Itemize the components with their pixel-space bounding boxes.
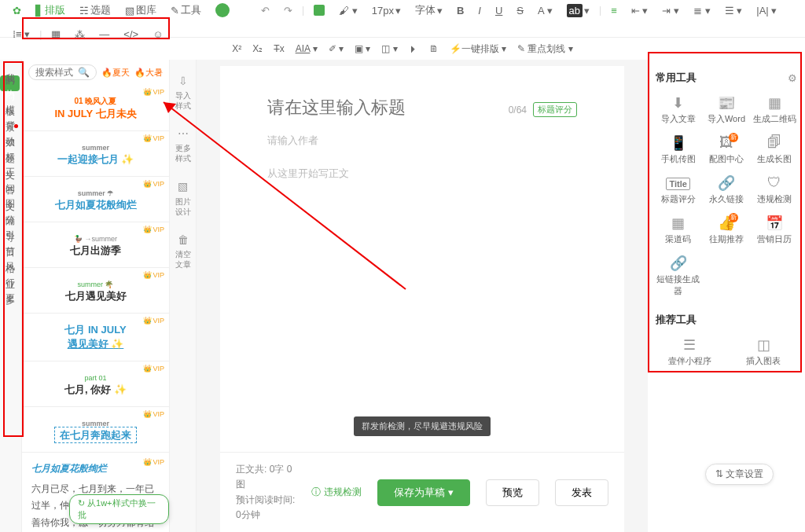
- phone-icon: 📱: [656, 134, 700, 150]
- style-search-input[interactable]: 🔍: [28, 64, 97, 80]
- indent-right-icon[interactable]: ⇥ ▾: [657, 2, 684, 20]
- font-size-select[interactable]: 17px ▾: [367, 2, 406, 20]
- tab-style[interactable]: 风格: [0, 248, 20, 264]
- highlight-line[interactable]: ✎ 重点划线 ▾: [517, 42, 573, 56]
- style-item[interactable]: VIPpart 01七月, 你好 ✨: [22, 361, 169, 407]
- style-item[interactable]: VIP🦆 →summer七月出游季: [22, 222, 169, 268]
- underline-icon[interactable]: U: [491, 2, 507, 20]
- tool-past-recommend[interactable]: 新👍往期推荐: [704, 215, 748, 245]
- publish-button[interactable]: 发表: [555, 479, 608, 506]
- article-title-input[interactable]: [267, 97, 484, 118]
- author-input[interactable]: 请输入作者: [267, 134, 577, 148]
- gear-icon[interactable]: ⚙: [788, 72, 797, 84]
- indent-left-icon[interactable]: ⇤ ▾: [627, 2, 653, 20]
- superscript-icon[interactable]: X²: [232, 43, 241, 54]
- save-draft-button[interactable]: 保存为草稿 ▾: [377, 479, 470, 506]
- tool-phone-upload[interactable]: 📱手机传图: [656, 134, 700, 165]
- paragraph-spacing-icon[interactable]: ⁞≡ ▾: [8, 25, 35, 43]
- tab-more[interactable]: 更多: [0, 280, 20, 295]
- bg-color-icon[interactable]: ab ▾: [562, 1, 594, 20]
- strike-icon[interactable]: S: [512, 2, 528, 20]
- tab-my[interactable]: 我的: [0, 60, 20, 75]
- tab-tools[interactable]: ✎ 工具: [166, 0, 206, 20]
- tool-violation[interactable]: 🛡违规检测: [752, 174, 797, 205]
- preview-button[interactable]: 预览: [486, 479, 539, 506]
- img-design[interactable]: ▧图片设计: [170, 171, 196, 224]
- brush-icon[interactable]: 🖌 ▾: [334, 2, 362, 20]
- subscript-icon[interactable]: X₂: [252, 43, 263, 54]
- font-family-select[interactable]: 字体 ▾: [410, 0, 447, 20]
- search-icon[interactable]: 🔍: [78, 67, 90, 78]
- clear-format-icon[interactable]: Tx: [274, 43, 284, 54]
- calendar-icon: 📅: [752, 215, 797, 230]
- special-icon[interactable]: ⁂: [70, 25, 90, 43]
- tool-image-center[interactable]: 新🖼配图中心: [704, 134, 748, 165]
- bold-icon[interactable]: B: [452, 2, 469, 20]
- tool-shortlink[interactable]: 🔗短链接生成器: [656, 255, 700, 297]
- article-settings-button[interactable]: ⇅ 文章设置: [705, 464, 774, 485]
- hot-tag-1[interactable]: 🔥夏天: [101, 67, 130, 79]
- body-input[interactable]: 从这里开始写正文: [267, 167, 577, 181]
- crop-icon[interactable]: ◫ ▾: [381, 43, 397, 54]
- one-click-layout[interactable]: ⚡一键排版 ▾: [450, 42, 506, 56]
- tab-divider[interactable]: 分隔: [0, 201, 20, 217]
- tool-permalink[interactable]: 🔗永久链接: [704, 174, 748, 205]
- style-item[interactable]: VIP01 晚风入夏IN JULY 七月未央: [22, 85, 169, 131]
- style-item[interactable]: VIPsummer ☂七月如夏花般绚烂: [22, 177, 169, 222]
- line-height-icon[interactable]: ≣ ▾: [689, 2, 715, 20]
- letter-spacing-icon[interactable]: |A| ▾: [752, 2, 781, 20]
- eyedropper-icon[interactable]: ✐ ▾: [329, 43, 344, 54]
- violation-check-button[interactable]: ⓘ 违规检测: [311, 486, 362, 499]
- style-item[interactable]: VIPsummer在七月奔跑起来: [22, 407, 169, 453]
- tool-import-article[interactable]: ⬇导入文章: [656, 94, 700, 125]
- undo-icon[interactable]: ↶: [256, 2, 274, 20]
- tab-hot[interactable]: 热门: [0, 75, 20, 91]
- italic-icon[interactable]: I: [473, 2, 486, 20]
- highlight-pen-icon[interactable]: AIA ▾: [296, 43, 318, 54]
- attachment-icon[interactable]: 🗎: [429, 43, 439, 54]
- tab-images[interactable]: ▧ 图库: [120, 0, 161, 20]
- hr-icon[interactable]: —: [94, 25, 114, 43]
- insert-image-icon[interactable]: ▣ ▾: [355, 43, 370, 54]
- tool-miniprogram[interactable]: ☰壹伴小程序: [656, 336, 723, 367]
- style-item[interactable]: VIPsummer一起迎接七月 ✨: [22, 131, 169, 177]
- tab-festival[interactable]: 节日: [0, 233, 20, 248]
- tab-industry[interactable]: 行业: [0, 264, 20, 280]
- tab-imgtext[interactable]: 图文: [0, 185, 20, 201]
- refresh-styles-button[interactable]: ↻ 从1w+样式中换一批: [69, 494, 169, 524]
- tab-qa[interactable]: 问答: [0, 170, 20, 185]
- title-score-button[interactable]: 标题评分: [533, 102, 577, 117]
- tab-title[interactable]: 标题: [0, 138, 20, 154]
- hot-tag-2[interactable]: 🔥大暑: [134, 67, 163, 79]
- import-style[interactable]: ⇩导入样式: [170, 66, 196, 119]
- tab-topics[interactable]: ☵ 选题: [75, 0, 116, 20]
- more-style[interactable]: ⋯更多样式: [170, 119, 196, 171]
- color-fill-icon[interactable]: [309, 2, 329, 19]
- common-tools-header: 常用工具: [656, 71, 697, 85]
- list-icon[interactable]: ☰ ▾: [720, 2, 748, 20]
- clear-article[interactable]: 🗑清空文章: [170, 225, 196, 277]
- redo-icon[interactable]: ↷: [279, 2, 297, 20]
- style-item[interactable]: VIP七月 IN JULY遇见美好 ✨: [22, 314, 169, 361]
- align-left-icon[interactable]: ≡: [606, 2, 622, 20]
- tool-title-score[interactable]: Title标题评分: [656, 174, 700, 205]
- tab-background[interactable]: 背景: [0, 107, 20, 123]
- tab-layout[interactable]: ▋排版: [31, 0, 70, 20]
- style-item[interactable]: VIPsummer 🌴七月遇见美好: [22, 268, 169, 314]
- thumb-icon: 👍: [704, 215, 748, 230]
- tab-body[interactable]: 正文: [0, 154, 20, 170]
- tool-long-image[interactable]: 🗐生成长图: [752, 134, 797, 165]
- table-icon[interactable]: ▦: [46, 25, 65, 43]
- code-icon[interactable]: </>: [119, 25, 143, 43]
- tool-calendar[interactable]: 📅营销日历: [752, 215, 797, 245]
- tab-effect[interactable]: 动效: [0, 123, 20, 138]
- tool-insert-chart[interactable]: ◫插入图表: [730, 336, 797, 367]
- font-color-icon[interactable]: A ▾: [533, 2, 557, 20]
- tool-import-word[interactable]: 📰导入Word: [704, 94, 748, 125]
- tool-qrcode[interactable]: ▦生成二维码: [752, 94, 797, 125]
- tool-channel-code[interactable]: ▦渠道码: [656, 215, 700, 245]
- emoji-icon[interactable]: ☺: [148, 25, 167, 43]
- tab-template[interactable]: 模板: [0, 91, 20, 107]
- video-icon[interactable]: ⏵: [409, 43, 418, 54]
- tab-guide[interactable]: 引导: [0, 217, 20, 233]
